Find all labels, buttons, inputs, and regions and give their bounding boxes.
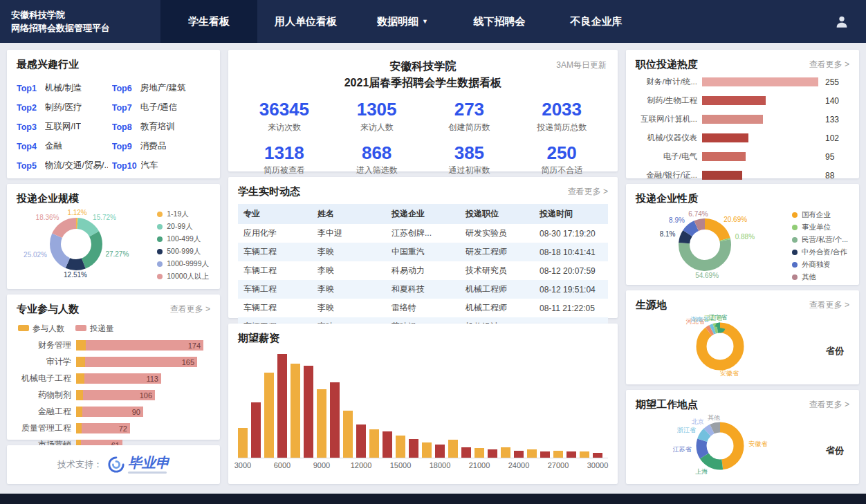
legend-label: 外商独资 [802, 260, 831, 270]
bar-category-label: 机械/仪器仪表 [636, 133, 702, 143]
legend-color-dot [157, 212, 163, 217]
industry-label: 物流/交通/贸易/... [45, 160, 108, 171]
industry-rank-item: Top3互联网/IT [17, 120, 108, 134]
view-more-link[interactable]: 查看更多 > [170, 304, 210, 315]
view-more-link[interactable]: 查看更多 > [568, 186, 608, 198]
table-cell: 李映 [312, 299, 386, 317]
table-cell: 技术研究员 [460, 261, 534, 280]
legend-item: 20-99人 [157, 222, 209, 232]
table-cell: 08-12 19:51:04 [534, 280, 608, 299]
industry-rank-item: Top6房地产/建筑 [112, 81, 210, 95]
table-cell: 雷络特 [386, 299, 460, 317]
x-tick-label: 9000 [306, 461, 337, 469]
table-header-cell: 专业 [238, 204, 312, 224]
stats-grid: 36345来访次数1305来访人数273创建简历数2033投递简历总数1318简… [238, 100, 608, 176]
rank-label: Top1 [17, 84, 41, 93]
salary-bar [553, 451, 563, 458]
salary-bar [593, 453, 602, 458]
bar-track [702, 133, 821, 142]
salary-bar [356, 424, 366, 458]
industry-label: 电子/通信 [140, 102, 177, 113]
nav-item-1[interactable]: 用人单位看板 [257, 0, 354, 43]
participants-bar-segment [76, 423, 82, 433]
table-header-cell: 投递时间 [534, 204, 608, 224]
legend-color-dot [792, 250, 798, 255]
rank-label: Top9 [112, 142, 136, 151]
card-header: 学生实时动态 查看更多 > [238, 185, 608, 198]
donut-segment [701, 328, 739, 365]
logo-line1: 安徽科技学院 [11, 8, 149, 22]
bar-category-label: 金融工程 [17, 406, 76, 418]
view-more-link[interactable]: 查看更多 > [809, 59, 849, 71]
x-tick-label: 21000 [464, 461, 495, 469]
rank-label: Top6 [112, 84, 136, 93]
nav-item-3[interactable]: 线下招聘会 [451, 0, 548, 43]
work-location-donut: 安徽省上海江苏省浙江省北京其他 [636, 411, 849, 483]
view-more-link[interactable]: 查看更多 > [809, 299, 849, 311]
donut-label: 安徽省 [720, 370, 739, 377]
user-icon [834, 14, 849, 29]
legend-item: 事业单位 [792, 223, 848, 232]
card-title: 投递企业性质 [636, 192, 698, 205]
nav-item-4[interactable]: 不良企业库 [548, 0, 645, 43]
table-cell: 李映 [312, 280, 386, 299]
donut-label: 20.69% [724, 216, 747, 223]
table-cell: 和夏科技 [386, 280, 460, 299]
brand-logo: 毕业申 [108, 456, 169, 474]
stat-value: 250 [515, 143, 608, 163]
legend-item: 100-499人 [157, 234, 209, 244]
card-title: 专业参与人数 [17, 303, 79, 316]
industry-label: 教育培训 [140, 121, 175, 133]
nav-item-2[interactable]: 数据明细▼ [354, 0, 451, 43]
bar-segment [702, 77, 818, 86]
nav-item-0[interactable]: 学生看板 [160, 0, 257, 43]
card-title: 最感兴趣行业 [17, 58, 79, 71]
bar-segment [702, 171, 742, 180]
bar-track [702, 115, 821, 124]
donut-label: 其他 [708, 414, 720, 421]
work-location-donut-svg: 安徽省上海江苏省浙江省北京其他 [636, 411, 809, 480]
table-head: 专业姓名投递企业投递职位投递时间 [238, 204, 608, 224]
bar-category-label: 审计学 [17, 356, 76, 368]
industry-rank-item: Top1机械/制造 [17, 81, 108, 95]
donut-label: 27.27% [105, 250, 129, 258]
stat-label: 创建简历数 [423, 122, 516, 133]
legend-label: 事业单位 [802, 223, 831, 232]
table-cell: 08-11 21:22:05 [534, 299, 608, 317]
salary-bar [475, 448, 484, 458]
nav-right [834, 0, 866, 43]
view-more-link[interactable]: 查看更多 > [809, 399, 849, 411]
legend-item: 中外合资/合作 [792, 248, 848, 257]
donut-label: 54.69% [695, 272, 719, 279]
stat-label: 简历被查看 [238, 165, 331, 176]
stat-value: 385 [423, 143, 516, 163]
company-scale-legend: 1-19人20-99人100-499人500-999人1000-9999人100… [157, 209, 210, 281]
legend-item: 参与人数 [18, 321, 64, 334]
card-title: 投递企业规模 [17, 192, 79, 205]
salary-bar [330, 382, 340, 458]
stat-value: 1305 [331, 100, 423, 120]
salary-bar [304, 366, 313, 458]
bar-category-label: 电子/电气 [636, 151, 702, 162]
bar-category-label: 互联网/计算机... [636, 114, 702, 124]
bar-value: 95 [821, 152, 834, 162]
page: 安徽科技学院 网络招聘会数据管理平台 学生看板用人单位看板数据明细▼线下招聘会不… [0, 0, 866, 504]
legend-item: 1000-9999人 [157, 259, 209, 269]
stat-label: 简历不合适 [515, 165, 608, 176]
bar-row: 金融工程90 [17, 406, 210, 418]
industry-label: 消费品 [140, 140, 167, 152]
legend-color-dot [792, 212, 798, 218]
card-header: 期望工作地点 查看更多 > [636, 398, 849, 411]
user-account-button[interactable] [834, 14, 849, 29]
industry-label: 制药/医疗 [45, 102, 82, 113]
industry-label: 汽车 [141, 160, 158, 171]
industry-label: 房地产/建筑 [140, 82, 186, 94]
x-axis-labels: 3000600090001200015000180002100024000270… [238, 461, 608, 474]
industry-rank-item: Top9消费品 [112, 139, 210, 153]
card-title: 期望薪资 [238, 332, 279, 345]
table-cell: 科易动力 [386, 261, 460, 280]
brand-name: 毕业申 [128, 456, 169, 469]
card-header: 投递企业规模 [17, 192, 210, 205]
legend-label: 10000人以上 [167, 272, 209, 281]
bar-row: 药物制剂106 [17, 389, 210, 401]
